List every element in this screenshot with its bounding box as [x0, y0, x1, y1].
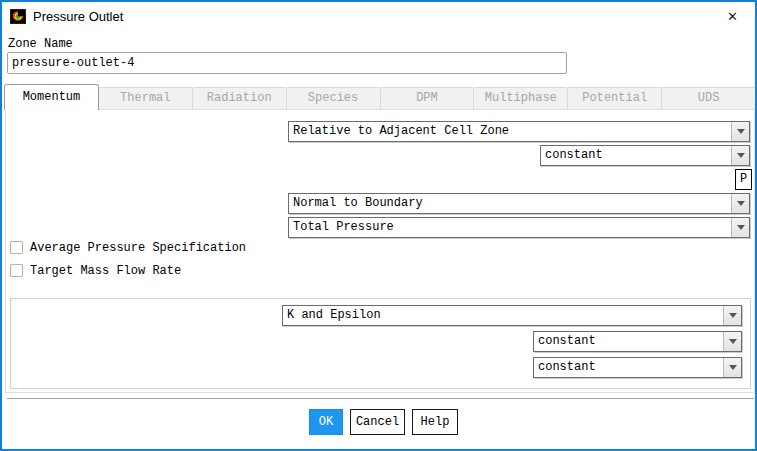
chevron-down-icon — [731, 122, 749, 141]
turbulent-dissipation-rate-profile-dropdown[interactable]: constant — [533, 357, 742, 378]
close-button[interactable]: ✕ — [710, 2, 755, 31]
backflow-reference-frame-dropdown[interactable]: Relative to Adjacent Cell Zone — [288, 121, 750, 142]
tab-bar: Momentum Thermal Radiation Species DPM M… — [5, 84, 756, 110]
chevron-down-icon — [723, 332, 741, 351]
dropdown-value: constant — [534, 332, 723, 351]
backflow-pressure-spec-dropdown[interactable]: Total Pressure — [288, 217, 750, 238]
average-pressure-checkbox[interactable] — [10, 241, 23, 254]
chevron-down-icon — [723, 358, 741, 377]
target-mass-flow-checkbox[interactable] — [10, 264, 23, 277]
tab-momentum[interactable]: Momentum — [4, 84, 99, 110]
backflow-direction-method-dropdown[interactable]: Normal to Boundary — [288, 193, 750, 214]
close-icon: ✕ — [727, 9, 738, 24]
tab-species[interactable]: Species — [286, 87, 381, 110]
window-title: Pressure Outlet — [33, 2, 123, 32]
dropdown-value: constant — [541, 146, 731, 165]
button-separator — [7, 398, 754, 399]
gauge-pressure-profile-dropdown[interactable]: constant — [540, 145, 750, 166]
profile-editor-button[interactable]: P — [735, 169, 752, 190]
tab-potential[interactable]: Potential — [567, 87, 662, 110]
target-mass-flow-checkbox-row: Target Mass Flow Rate — [10, 263, 181, 278]
pressure-outlet-dialog: Pressure Outlet ✕ Zone Name Momentum The… — [0, 0, 757, 451]
tab-multiphase[interactable]: Multiphase — [473, 87, 568, 110]
tab-dpm[interactable]: DPM — [380, 87, 475, 110]
turbulent-kinetic-energy-profile-dropdown[interactable]: constant — [533, 331, 742, 352]
cancel-button[interactable]: Cancel — [350, 409, 405, 435]
dropdown-value: Normal to Boundary — [289, 194, 731, 213]
tab-uds[interactable]: UDS — [661, 87, 756, 110]
tab-radiation[interactable]: Radiation — [192, 87, 287, 110]
titlebar: Pressure Outlet ✕ — [2, 2, 755, 32]
target-mass-flow-checkbox-label: Target Mass Flow Rate — [30, 264, 181, 278]
zone-name-input[interactable] — [7, 52, 567, 74]
chevron-down-icon — [731, 146, 749, 165]
fluent-app-icon — [10, 9, 26, 24]
chevron-down-icon — [731, 218, 749, 237]
dropdown-value: Relative to Adjacent Cell Zone — [289, 122, 731, 141]
turbulence-spec-method-dropdown[interactable]: K and Epsilon — [282, 305, 742, 326]
dropdown-value: constant — [534, 358, 723, 377]
ok-button[interactable]: OK — [309, 409, 343, 435]
average-pressure-checkbox-row: Average Pressure Specification — [10, 240, 246, 255]
dropdown-value: Total Pressure — [289, 218, 731, 237]
chevron-down-icon — [723, 306, 741, 325]
tab-thermal[interactable]: Thermal — [98, 87, 193, 110]
chevron-down-icon — [731, 194, 749, 213]
dropdown-value: K and Epsilon — [283, 306, 723, 325]
average-pressure-checkbox-label: Average Pressure Specification — [30, 241, 246, 255]
help-button[interactable]: Help — [412, 409, 458, 435]
